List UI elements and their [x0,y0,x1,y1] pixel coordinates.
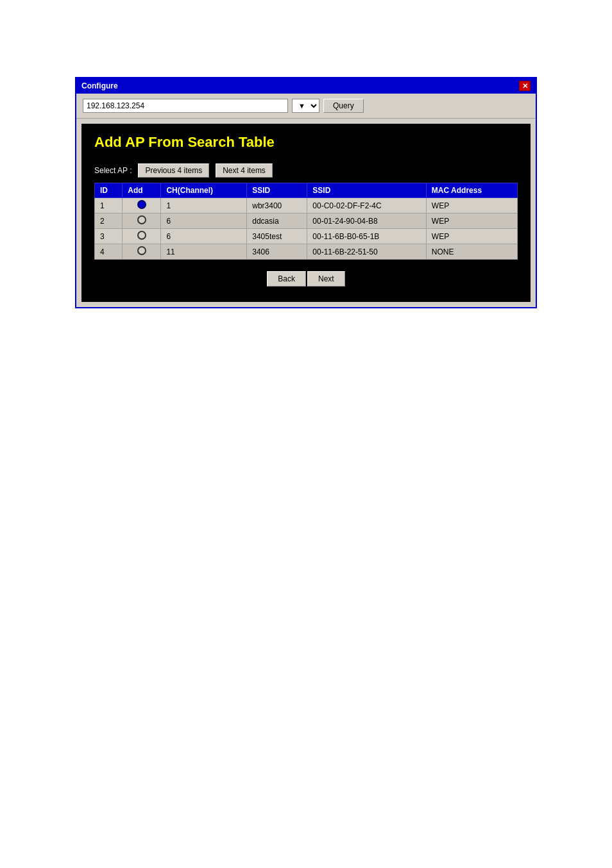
next-items-button[interactable]: Next 4 items [216,163,273,178]
col-channel: CH(Channel) [161,183,247,198]
cell-channel: 6 [161,229,247,244]
cell-id: 4 [95,244,123,260]
close-button[interactable]: ✕ [519,81,531,91]
radio-unselected-icon[interactable] [137,215,146,224]
ip-dropdown[interactable]: ▼ [292,99,319,113]
cell-radio[interactable] [123,198,161,213]
previous-items-button[interactable]: Previous 4 items [138,163,209,178]
select-ap-row: Select AP : Previous 4 items Next 4 item… [94,163,518,178]
cell-mac: 00-11-6B-B0-65-1B [307,229,427,244]
cell-channel: 6 [161,213,247,229]
toolbar: ▼ Query [76,94,536,119]
cell-mac: 00-11-6B-22-51-50 [307,244,427,260]
col-add: Add [123,183,161,198]
ap-table: ID Add CH(Channel) SSID SSID MAC Address… [94,183,518,260]
cell-ssid1: 3405test [247,229,307,244]
cell-channel: 1 [161,198,247,213]
cell-radio[interactable] [123,213,161,229]
col-ssid2: SSID [307,183,427,198]
ip-input[interactable] [83,99,288,113]
title-bar: Configure ✕ [76,78,536,94]
next-button[interactable]: Next [307,271,345,287]
query-button[interactable]: Query [323,99,364,113]
cell-ssid1: ddcasia [247,213,307,229]
main-content: Add AP From Search Table Select AP : Pre… [81,124,531,302]
cell-id: 3 [95,229,123,244]
cell-radio[interactable] [123,244,161,260]
table-row: 4 11 3406 00-11-6B-22-51-50 NONE [95,244,518,260]
cell-channel: 11 [161,244,247,260]
radio-unselected-icon[interactable] [137,246,146,255]
col-id: ID [95,183,123,198]
table-row: 2 6 ddcasia 00-01-24-90-04-B8 WEP [95,213,518,229]
cell-id: 1 [95,198,123,213]
cell-security: WEP [426,198,517,213]
col-mac: MAC Address [426,183,517,198]
configure-window: Configure ✕ ▼ Query Add AP From Search T… [75,77,537,308]
radio-unselected-icon[interactable] [137,231,146,240]
cell-radio[interactable] [123,229,161,244]
table-row: 1 1 wbr3400 00-C0-02-DF-F2-4C WEP [95,198,518,213]
radio-selected-icon[interactable] [137,200,146,209]
cell-mac: 00-01-24-90-04-B8 [307,213,427,229]
select-ap-label: Select AP : [94,166,132,175]
cell-security: WEP [426,213,517,229]
col-ssid1: SSID [247,183,307,198]
cell-id: 2 [95,213,123,229]
back-button[interactable]: Back [267,271,306,287]
table-row: 3 6 3405test 00-11-6B-B0-65-1B WEP [95,229,518,244]
cell-security: WEP [426,229,517,244]
bottom-buttons: Back Next [94,271,518,287]
ap-table-wrapper: ID Add CH(Channel) SSID SSID MAC Address… [94,183,518,260]
page-title: Add AP From Search Table [94,134,518,151]
cell-ssid1: 3406 [247,244,307,260]
cell-security: NONE [426,244,517,260]
cell-ssid1: wbr3400 [247,198,307,213]
window-title: Configure [81,81,118,90]
cell-mac: 00-C0-02-DF-F2-4C [307,198,427,213]
